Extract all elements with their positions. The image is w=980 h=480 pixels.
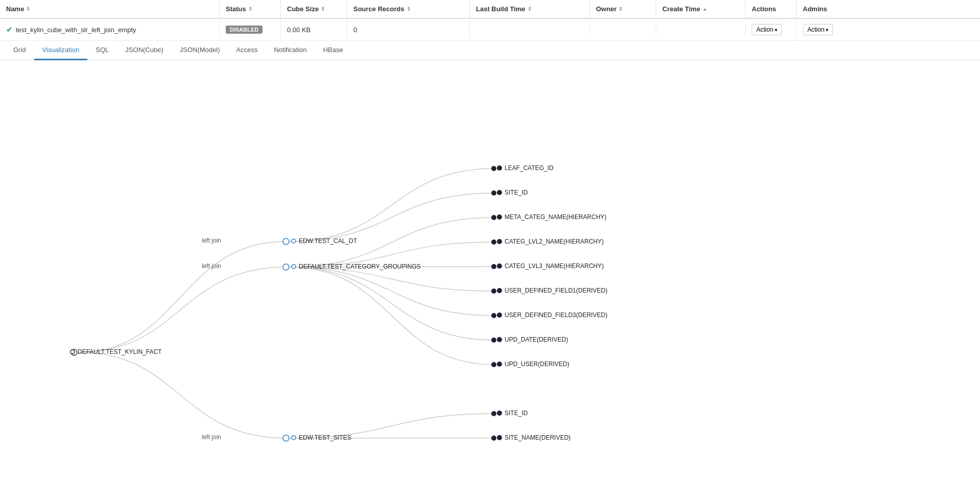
join-type-label: left join — [202, 262, 221, 270]
node-label: SITE_NAME(DERIVED) — [497, 434, 570, 441]
table-header: Name ⇕ Status ⇕ Cube Size ⇕ Source Recor… — [0, 0, 980, 19]
node-label: SITE_ID — [497, 189, 528, 196]
actions-button[interactable]: Action ▾ — [752, 24, 782, 35]
tab-json-model[interactable]: JSON(Model) — [172, 41, 228, 60]
svg-point-5 — [491, 190, 496, 196]
col-header-sourcerecords[interactable]: Source Records ⇕ — [347, 0, 470, 18]
cell-admins: Action ▾ — [797, 19, 848, 40]
fact-table-label: DEFAULT.TEST_KYLIN_FACT — [70, 348, 162, 355]
svg-point-6 — [491, 215, 496, 220]
svg-point-1 — [283, 238, 289, 245]
col-header-actions: Actions — [746, 0, 797, 18]
svg-point-3 — [283, 435, 289, 441]
svg-point-10 — [491, 313, 496, 318]
svg-point-11 — [491, 338, 496, 343]
admins-button[interactable]: Action ▾ — [803, 24, 833, 35]
tab-access[interactable]: Access — [228, 41, 266, 60]
caret-icon-admin: ▾ — [826, 27, 828, 33]
tab-visualization[interactable]: Visualization — [34, 41, 88, 60]
check-icon: ✔ — [6, 25, 13, 34]
node-label: LEAF_CATEG_ID — [497, 164, 554, 172]
node-dot — [497, 411, 502, 416]
cell-createtime — [656, 25, 746, 35]
node-dot — [291, 435, 296, 440]
tab-json-cube[interactable]: JSON(Cube) — [117, 41, 171, 60]
col-header-status[interactable]: Status ⇕ — [220, 0, 281, 18]
col-header-admins: Admins — [797, 0, 848, 18]
cell-name: ✔ test_kylin_cube_with_slr_left_join_emp… — [0, 20, 220, 39]
node-label: UPD_DATE(DERIVED) — [497, 336, 568, 343]
col-header-name[interactable]: Name ⇕ — [0, 0, 220, 18]
svg-point-14 — [491, 436, 496, 441]
svg-point-7 — [491, 239, 496, 245]
node-label: EDW.TEST_SITES — [291, 434, 351, 441]
cell-lastbuild — [470, 25, 590, 35]
visualization-area: DEFAULT.TEST_KYLIN_FACTleft joinEDW.TEST… — [0, 60, 980, 453]
join-type-label: left join — [202, 237, 221, 244]
tab-sql[interactable]: SQL — [87, 41, 117, 60]
node-dot — [291, 264, 296, 269]
table-row: ✔ test_kylin_cube_with_slr_left_join_emp… — [0, 19, 980, 41]
sort-icon-owner: ⇕ — [618, 6, 623, 12]
node-dot — [497, 337, 502, 342]
node-dot — [497, 435, 502, 440]
node-dot — [497, 313, 502, 318]
tab-notification[interactable]: Notification — [266, 41, 315, 60]
node-dot — [497, 214, 502, 220]
svg-point-8 — [491, 264, 496, 269]
col-header-cubesize[interactable]: Cube Size ⇕ — [281, 0, 347, 18]
cell-status: DISABLED — [220, 20, 281, 39]
caret-icon: ▾ — [775, 27, 777, 33]
sort-icon-createtime: ▲ — [702, 6, 707, 12]
node-label: SITE_ID — [497, 410, 528, 417]
tab-hbase[interactable]: HBase — [315, 41, 351, 60]
node-label: CATEG_LVL2_NAME(HIERARCHY) — [497, 238, 604, 245]
node-label: CATEG_LVL3_NAME(HIERARCHY) — [497, 262, 604, 270]
node-label: DEFAULT.TEST_CATEGORY_GROUPINGS — [291, 263, 421, 270]
col-header-owner[interactable]: Owner ⇕ — [590, 0, 656, 18]
node-label: USER_DEFINED_FIELD1(DERIVED) — [497, 287, 607, 294]
node-dot — [497, 239, 502, 244]
node-label: UPD_USER(DERIVED) — [497, 361, 569, 368]
cell-sourcerecords: 0 — [347, 21, 470, 39]
tab-grid[interactable]: Grid — [5, 41, 34, 60]
col-header-createtime[interactable]: Create Time ▲ — [656, 0, 746, 18]
viz-svg — [0, 60, 980, 453]
node-dot — [497, 165, 502, 171]
status-badge: DISABLED — [226, 26, 262, 34]
node-dot — [291, 238, 296, 244]
svg-point-4 — [491, 166, 496, 171]
svg-point-2 — [283, 264, 289, 270]
col-header-lastbuild[interactable]: Last Build Time ⇕ — [470, 0, 590, 18]
node-label: EDW.TEST_CAL_DT — [291, 237, 357, 245]
sort-icon-status: ⇕ — [248, 6, 252, 12]
svg-point-9 — [491, 289, 496, 294]
svg-point-12 — [491, 362, 496, 367]
join-type-label: left join — [202, 434, 221, 441]
cell-actions: Action ▾ — [746, 19, 797, 40]
sort-icon-lastbuild: ⇕ — [528, 6, 532, 12]
svg-point-13 — [491, 411, 496, 416]
node-label: USER_DEFINED_FIELD3(DERIVED) — [497, 311, 607, 319]
sort-icon-name: ⇕ — [26, 6, 30, 12]
node-dot — [497, 190, 502, 195]
cell-owner — [590, 25, 656, 35]
sort-icon-sourcerecords: ⇕ — [407, 6, 411, 12]
node-dot — [497, 263, 502, 269]
cell-cubesize: 0.00 KB — [281, 21, 347, 39]
sort-icon-cubesize: ⇕ — [321, 6, 325, 12]
tab-bar: Grid Visualization SQL JSON(Cube) JSON(M… — [0, 41, 980, 60]
node-label: META_CATEG_NAME(HIERARCHY) — [497, 213, 607, 221]
node-dot — [497, 288, 502, 293]
node-dot — [497, 362, 502, 367]
